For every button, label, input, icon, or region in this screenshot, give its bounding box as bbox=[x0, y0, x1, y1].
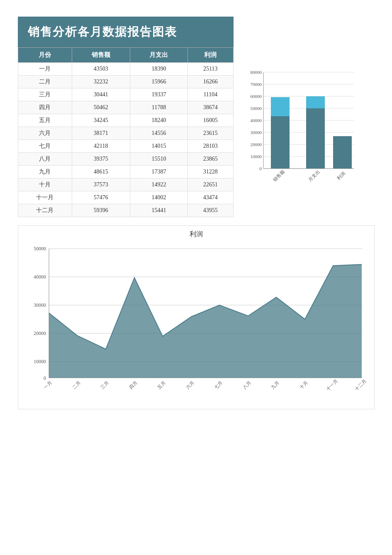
table-cell: 十二月 bbox=[18, 204, 72, 217]
table-row: 十一月574761400243474 bbox=[18, 191, 233, 204]
table-row: 七月421181401528103 bbox=[18, 140, 233, 153]
table-cell: 11104 bbox=[188, 88, 233, 101]
svg-text:月支出: 月支出 bbox=[307, 169, 321, 182]
svg-text:五月: 五月 bbox=[156, 380, 166, 390]
svg-text:三月: 三月 bbox=[100, 380, 110, 390]
table-row: 八月393751551023865 bbox=[18, 153, 233, 166]
bar-expense bbox=[306, 108, 325, 169]
table-cell: 39375 bbox=[72, 153, 130, 166]
svg-text:利润: 利润 bbox=[336, 171, 346, 181]
svg-text:10000: 10000 bbox=[34, 359, 46, 364]
svg-text:一月: 一月 bbox=[43, 380, 53, 390]
svg-text:销售额: 销售额 bbox=[272, 169, 285, 183]
svg-text:70000: 70000 bbox=[250, 82, 262, 87]
table-cell: 43503 bbox=[72, 63, 130, 76]
line-chart-section: 利润 50000 40000 30000 20000 10000 0 bbox=[18, 225, 375, 409]
table-cell: 23865 bbox=[188, 153, 233, 166]
table-cell: 五月 bbox=[18, 114, 72, 127]
main-container: 销售分析各月数据报告图表 月份销售额月支出利润 一月43503183902511… bbox=[18, 17, 375, 409]
table-row: 三月304411933711104 bbox=[18, 88, 233, 101]
svg-text:十月: 十月 bbox=[299, 380, 309, 390]
svg-text:20000: 20000 bbox=[250, 142, 262, 147]
table-cell: 30441 bbox=[72, 88, 130, 101]
table-cell: 31228 bbox=[188, 166, 233, 178]
table-cell: 28103 bbox=[188, 140, 233, 153]
table-row: 四月504621178838674 bbox=[18, 101, 233, 114]
table-cell: 四月 bbox=[18, 101, 72, 114]
table-cell: 17387 bbox=[130, 166, 188, 178]
top-row: 月份销售额月支出利润 一月435031839025113二月3223215966… bbox=[18, 47, 375, 217]
table-cell: 43474 bbox=[188, 191, 233, 204]
svg-text:二月: 二月 bbox=[71, 380, 81, 390]
data-table: 月份销售额月支出利润 一月435031839025113二月3223215966… bbox=[18, 47, 234, 217]
bar-expense-top bbox=[306, 96, 325, 108]
svg-text:九月: 九月 bbox=[270, 380, 280, 390]
table-row: 六月381711455623615 bbox=[18, 127, 233, 140]
svg-text:30000: 30000 bbox=[34, 302, 46, 308]
svg-text:50000: 50000 bbox=[250, 106, 262, 111]
table-cell: 48615 bbox=[72, 166, 130, 178]
table-header: 销售额 bbox=[72, 48, 130, 63]
svg-text:0: 0 bbox=[44, 375, 46, 381]
table-cell: 37573 bbox=[72, 178, 130, 191]
table-cell: 18240 bbox=[130, 114, 188, 127]
bar-chart: 80000 70000 60000 50000 40000 30000 2000… bbox=[242, 68, 358, 193]
page-title: 销售分析各月数据报告图表 bbox=[28, 25, 177, 38]
table-row: 一月435031839025113 bbox=[18, 63, 233, 76]
table-cell: 二月 bbox=[18, 76, 72, 88]
table-cell: 15510 bbox=[130, 153, 188, 166]
svg-text:40000: 40000 bbox=[34, 274, 46, 280]
table-cell: 九月 bbox=[18, 166, 72, 178]
table-cell: 15441 bbox=[130, 204, 188, 217]
svg-text:30000: 30000 bbox=[250, 130, 262, 135]
svg-text:80000: 80000 bbox=[250, 70, 262, 75]
table-cell: 22651 bbox=[188, 178, 233, 191]
table-header: 月份 bbox=[18, 48, 72, 63]
table-cell: 七月 bbox=[18, 140, 72, 153]
table-cell: 57476 bbox=[72, 191, 130, 204]
table-cell: 42118 bbox=[72, 140, 130, 153]
table-cell: 23615 bbox=[188, 127, 233, 140]
table-cell: 14922 bbox=[130, 178, 188, 191]
table-cell: 38171 bbox=[72, 127, 130, 140]
table-cell: 15966 bbox=[130, 76, 188, 88]
table-cell: 19337 bbox=[130, 88, 188, 101]
svg-text:0: 0 bbox=[259, 166, 262, 171]
table-header: 利润 bbox=[188, 48, 233, 63]
svg-text:十二月: 十二月 bbox=[354, 378, 367, 391]
title-section: 销售分析各月数据报告图表 bbox=[18, 17, 234, 47]
table-cell: 59396 bbox=[72, 204, 130, 217]
table-row: 九月486151738731228 bbox=[18, 166, 233, 178]
table-row: 二月322321596616266 bbox=[18, 76, 233, 88]
bar-sales bbox=[271, 116, 290, 169]
table-cell: 八月 bbox=[18, 153, 72, 166]
bar-sales-top bbox=[271, 97, 290, 116]
table-cell: 一月 bbox=[18, 63, 72, 76]
table-cell: 三月 bbox=[18, 88, 72, 101]
table-row: 十二月593961544143955 bbox=[18, 204, 233, 217]
svg-text:10000: 10000 bbox=[250, 154, 262, 159]
table-cell: 16266 bbox=[188, 76, 233, 88]
svg-text:40000: 40000 bbox=[250, 118, 262, 123]
table-cell: 11788 bbox=[130, 101, 188, 114]
table-cell: 50462 bbox=[72, 101, 130, 114]
bar-profit bbox=[333, 136, 352, 169]
table-cell: 25113 bbox=[188, 63, 233, 76]
svg-text:十一月: 十一月 bbox=[325, 378, 338, 391]
table-cell: 43955 bbox=[188, 204, 233, 217]
table-cell: 14002 bbox=[130, 191, 188, 204]
table-cell: 十一月 bbox=[18, 191, 72, 204]
bar-chart-container: 80000 70000 60000 50000 40000 30000 2000… bbox=[242, 47, 366, 193]
table-cell: 38674 bbox=[188, 101, 233, 114]
table-row: 十月375731492222651 bbox=[18, 178, 233, 191]
svg-text:四月: 四月 bbox=[128, 380, 138, 390]
svg-text:七月: 七月 bbox=[213, 380, 223, 390]
svg-text:60000: 60000 bbox=[250, 94, 262, 99]
table-cell: 十月 bbox=[18, 178, 72, 191]
table-cell: 32232 bbox=[72, 76, 130, 88]
line-chart: 50000 40000 30000 20000 10000 0 一月 二月 bbox=[22, 243, 370, 401]
svg-text:六月: 六月 bbox=[185, 380, 195, 390]
table-cell: 14556 bbox=[130, 127, 188, 140]
line-chart-area bbox=[49, 264, 362, 378]
table-cell: 34245 bbox=[72, 114, 130, 127]
